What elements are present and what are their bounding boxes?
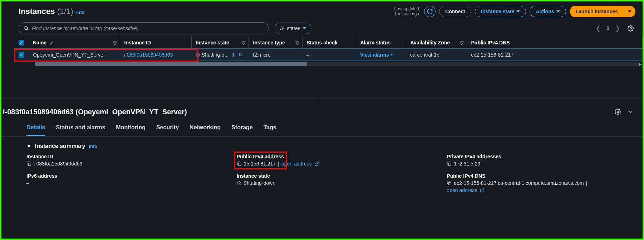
- field-private-ip-value: 172.31.5.29: [454, 161, 480, 167]
- col-alarm-status[interactable]: Alarm status: [356, 37, 406, 49]
- page-title-text: Instances: [19, 7, 55, 16]
- detail-title: i-083f0a15089406d63 (Opeyemi_OpenVPN_YT_…: [3, 108, 187, 116]
- search-box[interactable]: [19, 22, 269, 34]
- col-name[interactable]: Name ▽: [29, 37, 120, 49]
- separator: |: [278, 161, 279, 167]
- page-title: Instances (1/1): [19, 7, 73, 16]
- tab-monitoring[interactable]: Monitoring: [116, 121, 146, 136]
- checkbox-all[interactable]: ✓: [19, 40, 24, 45]
- field-instance-state-label: Instance state: [237, 173, 433, 179]
- refresh-button[interactable]: [424, 6, 436, 17]
- col-instance-type-label: Instance type: [253, 40, 285, 45]
- refresh-icon: [427, 8, 433, 15]
- col-public-dns[interactable]: Public IPv4 DNS: [467, 37, 643, 49]
- gear-icon: [628, 25, 634, 32]
- scrollbar-thumb[interactable]: [35, 62, 307, 66]
- instance-count: (1/1): [57, 7, 73, 16]
- last-updated: Last updated 1 minute ago: [394, 6, 419, 17]
- field-public-dns-label: Public IPv4 DNS: [447, 173, 643, 179]
- caret-down-icon: [303, 27, 306, 29]
- info-link[interactable]: Info: [76, 10, 85, 15]
- field-instance-id-label: Instance ID: [26, 154, 222, 159]
- copy-icon[interactable]: [447, 161, 452, 166]
- cell-status-check: –: [302, 49, 356, 61]
- info-link[interactable]: Info: [89, 144, 97, 149]
- page-next[interactable]: ❯: [614, 23, 622, 34]
- state-filter[interactable]: All states: [275, 23, 311, 34]
- instances-table: ✓ Name ▽ Instance ID Instance state ▽ In…: [14, 37, 643, 61]
- tab-status[interactable]: Status and alarms: [56, 121, 105, 136]
- instance-summary-section: ▼ Instance summary Info Instance ID i-08…: [1, 136, 643, 200]
- tab-details[interactable]: Details: [26, 121, 45, 136]
- edit-icon: [49, 40, 54, 45]
- tab-networking[interactable]: Networking: [190, 121, 221, 136]
- col-az[interactable]: Availability Zone ▽: [406, 37, 467, 49]
- row-checkbox[interactable]: ✓: [19, 52, 24, 58]
- caret-down-icon: [516, 10, 520, 13]
- svg-rect-4: [28, 163, 31, 166]
- col-status-check[interactable]: Status check: [302, 37, 356, 49]
- state-filter-label: All states: [280, 25, 300, 31]
- svg-point-0: [24, 27, 28, 30]
- table-row[interactable]: ✓ Opeyemi_OpenVPN_YT_Server i-083f0a1508…: [14, 49, 643, 61]
- detail-pane: ═ i-083f0a15089406d63 (Opeyemi_OpenVPN_Y…: [1, 98, 643, 239]
- sort-icon: ▽: [295, 40, 299, 46]
- svg-point-3: [617, 111, 619, 113]
- detail-expand[interactable]: [626, 107, 635, 116]
- sort-icon: ▽: [113, 40, 117, 46]
- open-address-link[interactable]: open address: [447, 187, 477, 193]
- col-name-label: Name: [33, 40, 46, 45]
- external-link-icon: [480, 188, 485, 193]
- field-public-ip-value: 15.156.81.217: [244, 161, 276, 167]
- detail-tabs: Details Status and alarms Monitoring Sec…: [1, 118, 643, 136]
- instance-state-button[interactable]: Instance state: [475, 6, 526, 17]
- collapse-icon[interactable]: ▼: [26, 143, 31, 149]
- col-instance-state[interactable]: Instance state ▽: [191, 37, 249, 49]
- launch-instances-dropdown[interactable]: [624, 6, 635, 17]
- scroll-right-arrow[interactable]: ▶: [639, 62, 642, 67]
- page-current: 1: [606, 25, 609, 31]
- add-alarm-icon[interactable]: +: [390, 52, 393, 58]
- svg-rect-5: [239, 163, 241, 166]
- external-link-icon: [315, 162, 319, 166]
- actions-button[interactable]: Actions: [530, 6, 566, 17]
- open-address-link[interactable]: open address: [281, 161, 312, 167]
- view-alarms-link[interactable]: View alarms: [360, 52, 389, 58]
- resize-handle[interactable]: ═: [1, 99, 643, 104]
- col-checkbox[interactable]: ✓: [14, 37, 29, 49]
- connect-button[interactable]: Connect: [439, 6, 471, 17]
- chevron-down-icon: [628, 109, 634, 115]
- field-private-ip-label: Private IPv4 addresses: [447, 154, 643, 159]
- state-icon: [196, 53, 200, 57]
- cell-az: ca-central-1b: [406, 49, 467, 61]
- separator: |: [586, 180, 588, 186]
- table-settings[interactable]: [626, 24, 635, 33]
- col-instance-id[interactable]: Instance ID: [120, 37, 191, 49]
- tab-storage[interactable]: Storage: [231, 121, 253, 136]
- horizontal-scrollbar[interactable]: ▶: [35, 62, 640, 66]
- page-prev[interactable]: ❮: [594, 23, 602, 34]
- field-public-dns-value: ec2-15-156-81-217.ca-central-1.compute.a…: [454, 180, 584, 186]
- sort-icon: ▽: [242, 40, 246, 46]
- cell-instance-id[interactable]: i-083f0a15089406d63: [120, 49, 191, 61]
- sort-icon: ▽: [460, 40, 464, 46]
- launch-instances-group: Launch instances: [570, 6, 635, 17]
- search-icon: [23, 25, 29, 31]
- last-updated-value: 1 minute ago: [394, 11, 419, 16]
- detail-settings[interactable]: [613, 107, 623, 116]
- cell-state-text: Shutting-d...: [202, 52, 229, 58]
- launch-instances-button[interactable]: Launch instances: [570, 6, 624, 17]
- copy-icon[interactable]: [447, 181, 452, 186]
- tab-tags[interactable]: Tags: [264, 121, 276, 136]
- state-detail-icon[interactable]: ⊕: [231, 52, 236, 58]
- search-input[interactable]: [32, 25, 264, 31]
- copy-icon[interactable]: [237, 161, 242, 166]
- state-refresh-icon[interactable]: ↻: [239, 52, 243, 58]
- tab-security[interactable]: Security: [156, 121, 179, 136]
- copy-icon[interactable]: [26, 161, 31, 166]
- col-instance-type[interactable]: Instance type ▽: [249, 37, 302, 49]
- cell-dns: ec2-15-156-81-217: [467, 49, 643, 61]
- pagination: ❮ 1 ❯: [594, 23, 635, 34]
- cell-state: Shutting-d... ⊕ ↻: [191, 49, 249, 61]
- cell-alarm[interactable]: View alarms +: [356, 49, 406, 61]
